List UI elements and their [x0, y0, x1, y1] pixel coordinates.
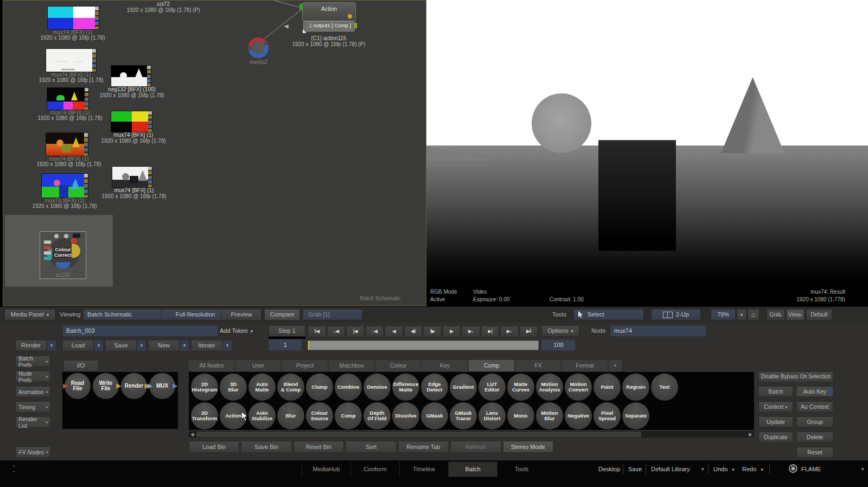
- iterate-combo[interactable]: Iterate ▾: [191, 340, 232, 351]
- node-button-gmask-tracer[interactable]: GMask Tracer: [450, 402, 477, 429]
- sidebar-item-batch-prefs[interactable]: Batch Prefs▸: [15, 356, 50, 367]
- node-button-colour-source[interactable]: Colour Source: [306, 402, 333, 429]
- node-button-denoise[interactable]: Denoise: [363, 374, 391, 401]
- node-button-motion-blur[interactable]: Motion Blur: [536, 402, 563, 429]
- view-menu-button[interactable]: View▸: [786, 309, 805, 320]
- load-button[interactable]: Load: [62, 340, 94, 351]
- sidebar-item-render-list[interactable]: Render List▸: [15, 416, 50, 428]
- bin-action-load-bin[interactable]: Load Bin: [189, 441, 239, 453]
- load-combo[interactable]: Load ▾: [62, 340, 104, 351]
- node-button-2d-transform[interactable]: 2D Transform: [191, 402, 218, 429]
- node-button-clamp[interactable]: Clamp: [306, 374, 333, 401]
- module-tab-tools[interactable]: Tools: [497, 461, 546, 477]
- transport-button-7[interactable]: ▶: [443, 326, 461, 337]
- transport-button-6[interactable]: ‖▶: [423, 326, 442, 337]
- transport-button-5[interactable]: ◀‖: [404, 326, 423, 337]
- flame-brand[interactable]: FLAME: [788, 461, 821, 477]
- collapse-icon[interactable]: ⌃⌃: [12, 465, 16, 480]
- node-button-text[interactable]: Text: [651, 374, 678, 401]
- palette-tab-comp[interactable]: Comp: [469, 360, 514, 371]
- palette-scrollbar[interactable]: ◆ ◆: [189, 431, 754, 438]
- node-button-auto-stabilize[interactable]: Auto Stabilize: [248, 402, 276, 429]
- library-selector[interactable]: Default Library: [651, 461, 690, 477]
- default-view-button[interactable]: Default: [806, 309, 832, 320]
- module-tab-mediahub[interactable]: MediaHub: [302, 461, 350, 477]
- save-button[interactable]: Save: [628, 461, 642, 477]
- transport-button-0[interactable]: ‖◀: [308, 326, 326, 337]
- chevron-down-icon[interactable]: ▾: [47, 340, 56, 351]
- group-button[interactable]: Group: [796, 416, 833, 427]
- palette-tab-user[interactable]: User: [235, 360, 281, 371]
- iterate-button[interactable]: Iterate: [191, 340, 222, 351]
- bin-action-rename-tab[interactable]: Rename Tab: [398, 441, 449, 453]
- node-button-paint[interactable]: Paint: [593, 374, 621, 401]
- preview-button[interactable]: Preview: [221, 309, 261, 320]
- timeline-slider[interactable]: [308, 340, 539, 350]
- transport-button-3[interactable]: ↓◀: [366, 326, 384, 337]
- resolution-button[interactable]: Full Resolution: [161, 309, 230, 320]
- frame-end-field[interactable]: 100: [541, 339, 576, 351]
- palette-tab-fx[interactable]: FX: [515, 360, 561, 371]
- clip-thumbnail[interactable]: [47, 87, 89, 110]
- node-name-field[interactable]: mux74: [610, 325, 706, 337]
- io-node-mux[interactable]: MUX▶▶: [149, 373, 175, 399]
- fx-nodes-button[interactable]: FX Nodes ▸: [15, 446, 50, 458]
- palette-tab-key[interactable]: Key: [422, 360, 468, 371]
- node-button-edge-detect[interactable]: Edge Detect: [421, 374, 448, 401]
- playhead[interactable]: [308, 341, 309, 350]
- clip-thumbnail[interactable]: [46, 48, 97, 72]
- node-button-lens-distort[interactable]: Lens Distort: [478, 402, 506, 429]
- bin-action-refresh[interactable]: Refresh: [450, 441, 501, 453]
- bin-action-stereo-mode[interactable]: Stereo Mode: [503, 441, 553, 453]
- chevron-down-icon[interactable]: ▾: [180, 340, 189, 351]
- save-button[interactable]: Save: [105, 340, 137, 351]
- transport-button-10[interactable]: ▶↓: [500, 326, 519, 337]
- save-combo[interactable]: Save ▾: [105, 340, 146, 351]
- palette-tab-all-nodes[interactable]: All Nodes: [189, 360, 234, 371]
- chevron-down-icon[interactable]: ▾: [94, 340, 104, 351]
- new-button[interactable]: New: [148, 340, 180, 351]
- bin-action-sort[interactable]: Sort: [346, 441, 396, 453]
- bin-action-save-bin[interactable]: Save Bin: [241, 441, 291, 453]
- update-button[interactable]: Update: [758, 416, 793, 427]
- node-button-motion-analysis[interactable]: Motion Analysis: [536, 374, 563, 401]
- transport-button-9[interactable]: ▶]: [481, 326, 500, 337]
- node-button-matte-curves[interactable]: Matte Curves: [507, 374, 534, 401]
- chevron-down-icon[interactable]: ▾: [861, 461, 864, 477]
- sidebar-item-animation[interactable]: Animation▸: [15, 386, 50, 397]
- scroll-left-icon[interactable]: ◆: [191, 431, 195, 438]
- media-panel-button[interactable]: Media Panel▾: [4, 309, 55, 320]
- clip-thumbnail[interactable]: [47, 6, 99, 30]
- transport-button-11[interactable]: ▶‖: [520, 326, 538, 337]
- node-button-lut-editor[interactable]: LUT Editor: [478, 374, 506, 401]
- desktop-button[interactable]: Desktop: [598, 461, 620, 477]
- transport-button-4[interactable]: ◀: [385, 326, 403, 337]
- clip-thumbnail[interactable]: [112, 166, 152, 188]
- node-button-motion-convert[interactable]: Motion Convert: [565, 374, 592, 401]
- reset-button[interactable]: Reset: [796, 447, 833, 458]
- node-button-mono[interactable]: Mono: [507, 402, 534, 429]
- clip-thumbnail[interactable]: [46, 132, 88, 156]
- media2-node[interactable]: [248, 37, 269, 58]
- node-button-separate[interactable]: Separate: [622, 402, 649, 429]
- scroll-right-icon[interactable]: ◆: [748, 431, 752, 438]
- node-button-comp[interactable]: Comp: [335, 402, 362, 429]
- chevron-down-icon[interactable]: ▾: [137, 340, 146, 351]
- sidebar-item-node-prefs[interactable]: Node Prefs▸: [15, 371, 50, 382]
- io-node-read-file[interactable]: Read File▶: [65, 373, 91, 399]
- node-button-difference-matte[interactable]: Difference Matte: [392, 374, 419, 401]
- palette-tab-format[interactable]: Format: [562, 360, 608, 371]
- add-token-button[interactable]: Add Token▾: [220, 325, 253, 337]
- node-button-auto-matte[interactable]: Auto Matte: [248, 374, 276, 401]
- node-button-depth-of-field[interactable]: Depth Of Field: [363, 402, 391, 429]
- node-button-gradient[interactable]: Gradient: [450, 374, 477, 401]
- node-button-pixel-spread[interactable]: Pixel Spread: [593, 402, 621, 429]
- frame-start-field[interactable]: 1: [269, 339, 302, 351]
- sidebar-item-timing[interactable]: Timing▸: [15, 401, 50, 413]
- batch-schematic-panel[interactable]: col72 1920 x 1080 @ 16fp (1.78) (P) mux7…: [3, 0, 426, 306]
- clip-thumbnail[interactable]: [111, 65, 151, 87]
- zoom-level-button[interactable]: 79%: [711, 309, 736, 320]
- context-button[interactable]: Context▾: [758, 401, 793, 412]
- node-button-blend-comp[interactable]: Blend & Comp: [277, 374, 304, 401]
- node-button-blur[interactable]: Blur: [277, 402, 304, 429]
